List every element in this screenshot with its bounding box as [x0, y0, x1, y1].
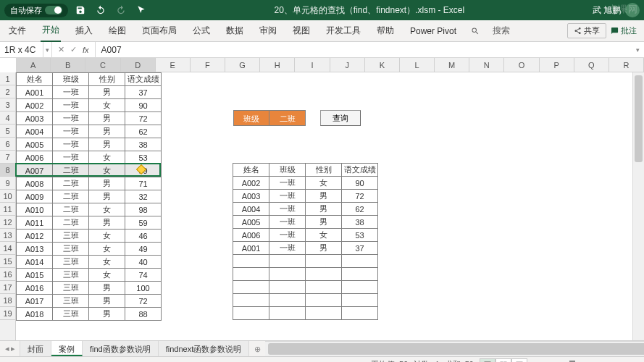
table-cell[interactable]: A016 — [17, 282, 53, 295]
table-cell[interactable]: 72 — [125, 112, 162, 125]
column-header[interactable]: R — [609, 58, 644, 72]
table-cell[interactable]: 100 — [125, 282, 162, 295]
table-cell[interactable]: A014 — [17, 256, 53, 269]
table-cell[interactable]: A015 — [17, 269, 53, 282]
table-cell[interactable]: 59 — [125, 216, 162, 230]
table-cell[interactable] — [306, 307, 342, 320]
table-row[interactable]: A004一班男62 — [233, 203, 378, 216]
table-cell[interactable]: A003 — [233, 190, 269, 203]
query-button[interactable]: 查询 — [320, 110, 361, 126]
table-cell[interactable]: 男 — [89, 308, 125, 321]
column-header[interactable]: B — [51, 58, 85, 72]
table-cell[interactable]: 32 — [125, 190, 162, 203]
column-header[interactable]: Q — [574, 58, 609, 72]
table-cell[interactable]: 二班 — [53, 216, 89, 230]
search-icon[interactable] — [471, 27, 480, 35]
column-header[interactable]: A — [16, 58, 51, 72]
table-cell[interactable]: 女 — [89, 203, 125, 216]
table-cell[interactable] — [342, 268, 378, 281]
table-row[interactable] — [233, 307, 378, 320]
ribbon-tab-2[interactable]: 插入 — [74, 20, 94, 41]
row-header[interactable]: 7 — [0, 151, 15, 164]
chevron-right-icon[interactable]: ▸ — [11, 344, 15, 353]
table-cell[interactable]: A008 — [17, 177, 53, 190]
ribbon-tab-9[interactable]: 开发工具 — [325, 20, 362, 41]
table-cell[interactable] — [269, 268, 306, 281]
row-header[interactable]: 12 — [0, 216, 15, 229]
table-cell[interactable]: 90 — [125, 99, 162, 112]
row-header[interactable]: 16 — [0, 268, 15, 281]
column-header[interactable]: F — [191, 58, 225, 72]
table-cell[interactable]: 女 — [89, 243, 125, 256]
table-cell[interactable]: 三班 — [53, 295, 89, 308]
table-cell[interactable]: A006 — [233, 229, 269, 242]
table-row[interactable]: A018三班男88 — [17, 308, 162, 321]
table-cell[interactable]: A018 — [17, 308, 53, 321]
column-header[interactable]: D — [121, 58, 156, 72]
table-cell[interactable]: 98 — [125, 203, 162, 216]
table-row[interactable]: A002一班女90 — [17, 99, 162, 112]
table-cell[interactable] — [233, 281, 269, 294]
view-normal-button[interactable] — [480, 358, 495, 363]
column-header[interactable]: G — [225, 58, 260, 72]
table-cell[interactable]: A013 — [17, 243, 53, 256]
table-cell[interactable]: 一班 — [53, 138, 89, 151]
formula-bar-expand-icon[interactable]: ▾ — [631, 46, 644, 54]
table-cell[interactable] — [233, 255, 269, 268]
row-header[interactable]: 10 — [0, 190, 15, 203]
table-cell[interactable]: 一班 — [269, 242, 306, 255]
table-cell[interactable]: 二班 — [53, 177, 89, 190]
view-page-layout-button[interactable] — [495, 358, 511, 363]
table-cell[interactable]: 三班 — [53, 282, 89, 295]
ribbon-tab-3[interactable]: 绘图 — [107, 20, 127, 41]
table-cell[interactable]: 男 — [306, 190, 342, 203]
sheet-nav[interactable]: ◂ ▸ — [0, 341, 20, 356]
table-cell[interactable]: A006 — [17, 151, 53, 164]
share-button[interactable]: 共享 — [567, 23, 606, 38]
row-header[interactable]: 1 — [0, 72, 15, 85]
add-sheet-button[interactable]: ⊕ — [249, 341, 265, 356]
formula-input[interactable]: A007 — [96, 45, 631, 55]
table-row[interactable]: A006一班女53 — [233, 229, 378, 242]
table-cell[interactable]: 三班 — [53, 308, 89, 321]
table-cell[interactable]: 49 — [125, 243, 162, 256]
table-cell[interactable]: 71 — [125, 177, 162, 190]
table-header-cell[interactable]: 班级 — [269, 164, 306, 177]
table-cell[interactable] — [342, 294, 378, 307]
table-row[interactable]: A014三班女40 — [17, 256, 162, 269]
table-cell[interactable] — [269, 255, 306, 268]
table-row[interactable]: A001一班男37 — [17, 86, 162, 99]
chevron-left-icon[interactable]: ◂ — [5, 344, 9, 353]
row-header[interactable]: 13 — [0, 229, 15, 242]
row-header[interactable]: 4 — [0, 111, 15, 125]
table-cell[interactable] — [342, 255, 378, 268]
table-cell[interactable] — [233, 268, 269, 281]
table-row[interactable]: A017三班男72 — [17, 295, 162, 308]
table-cell[interactable]: 女 — [89, 151, 125, 164]
table-cell[interactable]: A011 — [17, 216, 53, 230]
table-header-cell[interactable]: 性别 — [306, 164, 342, 177]
fx-icon[interactable]: fx — [83, 46, 89, 54]
table-cell[interactable]: A005 — [233, 216, 269, 229]
table-cell[interactable] — [306, 294, 342, 307]
table-cell[interactable]: 男 — [89, 216, 125, 230]
table-cell[interactable] — [306, 255, 342, 268]
table-cell[interactable]: 男 — [89, 112, 125, 125]
table-cell[interactable]: 二班 — [53, 190, 89, 203]
ribbon-tab-8[interactable]: 视图 — [291, 20, 311, 41]
table-row[interactable] — [233, 294, 378, 307]
column-header[interactable]: H — [260, 58, 295, 72]
horizontal-scrollbar[interactable] — [265, 341, 644, 356]
column-header[interactable]: E — [156, 58, 191, 72]
table-cell[interactable]: 37 — [125, 86, 162, 99]
table-cell[interactable]: A004 — [17, 125, 53, 138]
cells-area[interactable]: 姓名班级性别语文成绩A001一班男37A002一班女90A003一班男72A00… — [16, 72, 644, 340]
table-header-cell[interactable]: 语文成绩 — [342, 164, 378, 177]
table-cell[interactable]: 男 — [89, 177, 125, 190]
ribbon-tab-4[interactable]: 页面布局 — [141, 20, 178, 41]
table-cell[interactable]: 女 — [89, 230, 125, 243]
table-cell[interactable]: 90 — [342, 177, 378, 190]
table-cell[interactable]: 女 — [89, 99, 125, 112]
search-label[interactable]: 搜索 — [493, 25, 510, 37]
table-cell[interactable]: 女 — [89, 164, 125, 177]
